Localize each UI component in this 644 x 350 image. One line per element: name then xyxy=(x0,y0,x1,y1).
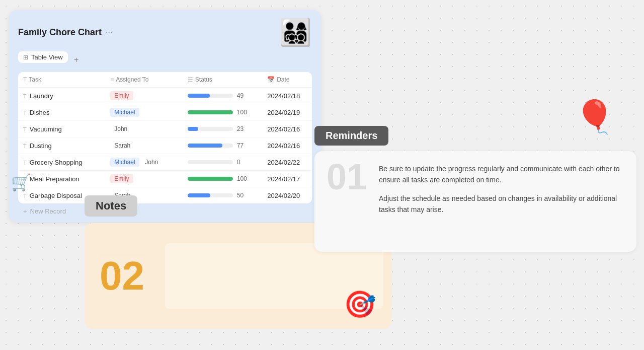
table-row: TLaundryEmily492024/02/18 xyxy=(18,88,312,104)
cell-assigned: Sarah xyxy=(105,137,183,154)
progress-value: 0 xyxy=(237,159,248,166)
col-header-date: 📅Date xyxy=(262,72,312,88)
assignee-badge: Sarah xyxy=(110,141,134,150)
cell-date: 2024/02/20 xyxy=(262,187,312,204)
table-row: TMeal PreparationEmily1002024/02/17 xyxy=(18,171,312,187)
progress-value: 100 xyxy=(237,109,248,116)
cell-task: TGrocery Shopping xyxy=(18,154,105,171)
task-icon: T xyxy=(23,193,27,199)
table-row: TGrocery ShoppingMichael John02024/02/22 xyxy=(18,154,312,171)
cell-assigned: John xyxy=(105,121,183,137)
new-record-button[interactable]: + New Record xyxy=(18,203,312,216)
progress-value: 77 xyxy=(237,142,248,149)
cell-status: 50 xyxy=(183,187,262,204)
cell-task: TVacuuming xyxy=(18,121,105,137)
reminder-card-01: 01 Be sure to update the progress regula… xyxy=(314,151,636,252)
cell-status: 23 xyxy=(183,121,262,137)
cell-date: 2024/02/16 xyxy=(262,121,312,137)
col-header-task: TTask xyxy=(18,72,105,88)
cell-assigned: Michael John xyxy=(105,154,183,171)
task-icon: T xyxy=(23,93,27,99)
progress-value: 50 xyxy=(237,192,248,199)
cell-date: 2024/02/17 xyxy=(262,171,312,187)
cell-status: 0 xyxy=(183,154,262,171)
table-view-label: Table View xyxy=(31,53,63,61)
cell-task: TDusting xyxy=(18,137,105,154)
table-row: TDustingSarah772024/02/16 xyxy=(18,137,312,154)
cell-date: 2024/02/22 xyxy=(262,154,312,171)
cell-assigned: Michael xyxy=(105,104,183,121)
table-row: TVacuumingJohn232024/02/16 xyxy=(18,121,312,137)
progress-value: 100 xyxy=(237,175,248,182)
chore-table: TTask ≡Assigned To ☰Status 📅Date TLaundr… xyxy=(18,72,312,203)
task-icon: T xyxy=(23,160,27,166)
cell-date: 2024/02/18 xyxy=(262,88,312,104)
cell-date: 2024/02/16 xyxy=(262,137,312,154)
progress-value: 49 xyxy=(237,92,248,99)
new-record-label: New Record xyxy=(30,207,66,215)
cell-assigned: Emily xyxy=(105,171,183,187)
notes-label: Notes xyxy=(85,195,137,217)
chore-title-text: Family Chore Chart xyxy=(18,27,102,38)
col-header-assigned: ≡Assigned To xyxy=(105,72,183,88)
table-row: TGarbage DisposalSarah502024/02/20 xyxy=(18,187,312,204)
col-header-status: ☰Status xyxy=(183,72,262,88)
table-icon: ⊞ xyxy=(23,54,28,61)
family-emoji: 👨‍👩‍👧‍👦 xyxy=(279,19,312,45)
reminder-text-2: Adjust the schedule as needed based on c… xyxy=(379,193,622,216)
chore-title: Family Chore Chart ··· xyxy=(18,27,112,38)
assignee-badge: John xyxy=(110,124,131,133)
cell-task: TLaundry xyxy=(18,88,105,104)
task-icon: T xyxy=(23,143,27,149)
assignee-badge: Michael xyxy=(110,108,139,117)
cell-status: 100 xyxy=(183,104,262,121)
cell-task: TDishes xyxy=(18,104,105,121)
cell-status: 77 xyxy=(183,137,262,154)
reminder-text-wrap: Be sure to update the progress regularly… xyxy=(379,163,622,216)
assignee-badge: John xyxy=(141,158,162,167)
reminders-label: Reminders xyxy=(314,126,388,146)
assignee-badge: Emily xyxy=(110,174,133,183)
balloon-icon: 🎈 xyxy=(575,98,615,136)
assignee-badge: Emily xyxy=(110,91,133,100)
note-02-number: 02 xyxy=(100,253,155,299)
reminder-01-number: 01 xyxy=(327,156,367,197)
chore-card-header: Family Chore Chart ··· 👨‍👩‍👧‍👦 xyxy=(18,19,312,45)
cell-date: 2024/02/19 xyxy=(262,104,312,121)
target-icon: 🎯 xyxy=(344,289,376,320)
cell-status: 49 xyxy=(183,88,262,104)
cell-assigned: Emily xyxy=(105,88,183,104)
reminder-text-1: Be sure to update the progress regularly… xyxy=(379,163,622,186)
cell-status: 100 xyxy=(183,171,262,187)
cart-icon: 🛒 xyxy=(11,173,31,192)
task-icon: T xyxy=(23,110,27,116)
chore-chart-card: Family Chore Chart ··· 👨‍👩‍👧‍👦 ⊞ Table V… xyxy=(9,10,321,222)
task-icon: T xyxy=(23,126,27,132)
table-view-tab[interactable]: ⊞ Table View xyxy=(18,51,68,63)
table-row: TDishesMichael1002024/02/19 xyxy=(18,104,312,121)
new-record-icon: + xyxy=(23,207,27,215)
assignee-badge: Michael xyxy=(110,158,139,167)
chore-title-dots: ··· xyxy=(106,28,112,37)
add-view-button[interactable]: + xyxy=(71,54,82,65)
progress-value: 23 xyxy=(237,125,248,132)
